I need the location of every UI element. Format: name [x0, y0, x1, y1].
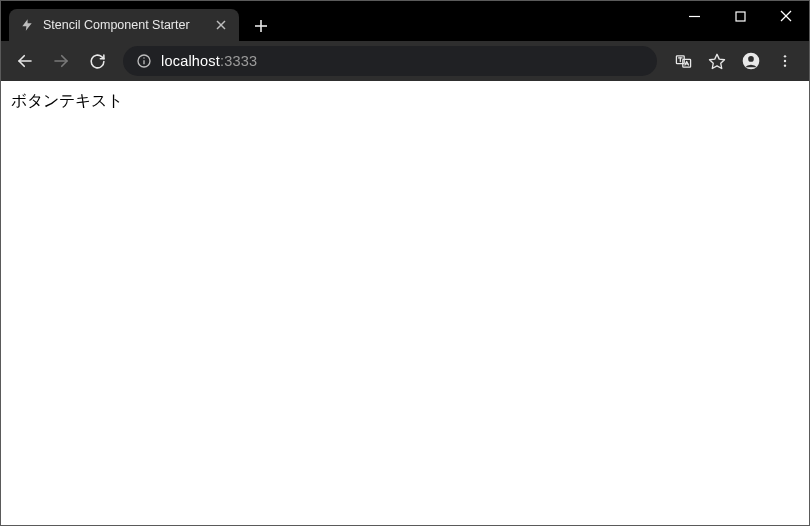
svg-rect-5: [736, 12, 745, 21]
profile-icon[interactable]: [735, 45, 767, 77]
maximize-button[interactable]: [717, 1, 763, 31]
browser-tab-active[interactable]: Stencil Component Starter: [9, 9, 239, 41]
close-window-button[interactable]: [763, 1, 809, 31]
svg-point-22: [784, 60, 786, 62]
minimize-button[interactable]: [671, 1, 717, 31]
url-port: :3333: [220, 53, 257, 69]
page-content: ボタンテキスト: [1, 81, 809, 525]
lightning-icon: [19, 17, 35, 33]
close-icon[interactable]: [213, 17, 229, 33]
toolbar-right-icons: [667, 45, 801, 77]
url-text: localhost:3333: [161, 53, 257, 69]
body-text: ボタンテキスト: [11, 91, 799, 112]
forward-button[interactable]: [45, 45, 77, 77]
tab-title: Stencil Component Starter: [43, 18, 205, 32]
new-tab-button[interactable]: [247, 12, 275, 40]
info-icon[interactable]: [135, 52, 153, 70]
url-host: localhost: [161, 53, 220, 69]
address-bar[interactable]: localhost:3333: [123, 46, 657, 76]
window-controls: [671, 1, 809, 33]
svg-point-12: [143, 57, 144, 58]
menu-icon[interactable]: [769, 45, 801, 77]
svg-point-21: [784, 55, 786, 57]
back-button[interactable]: [9, 45, 41, 77]
star-icon[interactable]: [701, 45, 733, 77]
reload-button[interactable]: [81, 45, 113, 77]
svg-marker-18: [710, 54, 725, 68]
window-titlebar: Stencil Component Starter: [1, 1, 809, 41]
translate-icon[interactable]: [667, 45, 699, 77]
browser-toolbar: localhost:3333: [1, 41, 809, 81]
tab-strip: Stencil Component Starter: [1, 1, 275, 41]
svg-point-23: [784, 64, 786, 66]
svg-point-20: [748, 56, 754, 62]
